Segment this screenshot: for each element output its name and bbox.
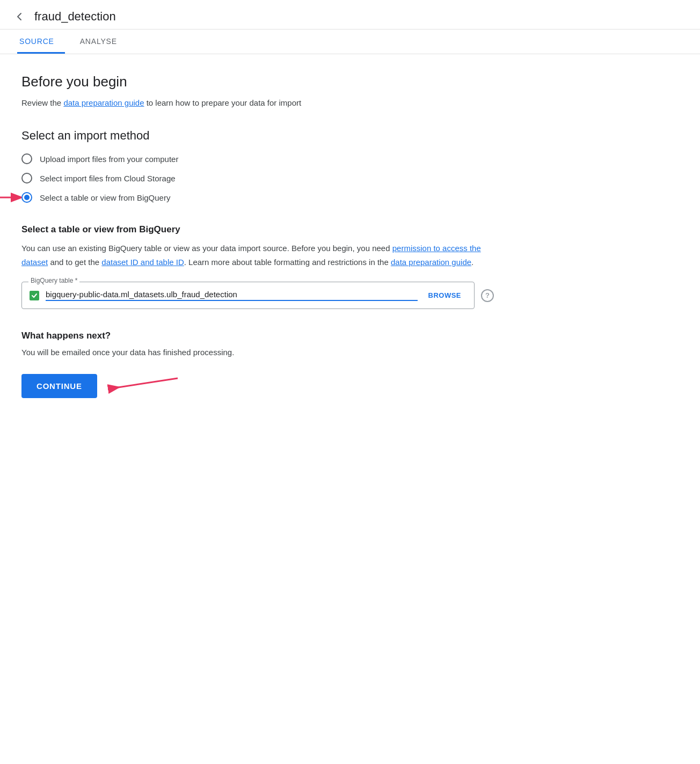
bigquery-field-label: BigQuery table * (28, 277, 79, 284)
continue-button[interactable]: CONTINUE (21, 374, 97, 398)
bigquery-field-container: BigQuery table * BROWSE (21, 282, 475, 309)
dataset-id-link[interactable]: dataset ID and table ID (101, 258, 184, 267)
import-method-title: Select an import method (21, 129, 494, 143)
tab-source[interactable]: SOURCE (17, 30, 65, 54)
annotation-arrow-continue (97, 370, 183, 402)
what-next-title: What happens next? (21, 330, 494, 341)
data-prep-link-1[interactable]: data preparation guide (63, 98, 144, 107)
radio-upload-circle (21, 153, 32, 164)
radio-bigquery-circle (21, 192, 32, 203)
bigquery-field-wrapper: BigQuery table * BROWSE ? (21, 282, 494, 309)
tab-analyse[interactable]: ANALYSE (78, 30, 128, 54)
before-begin-desc: Review the data preparation guide to lea… (21, 97, 494, 109)
tabs-bar: SOURCE ANALYSE (0, 30, 700, 54)
bigquery-section-desc: You can use an existing BigQuery table o… (21, 241, 494, 269)
bigquery-table-input[interactable] (46, 290, 418, 301)
before-begin-title: Before you begin (21, 74, 494, 90)
import-method-radio-group: Upload import files from your computer S… (21, 153, 494, 203)
page-title: fraud_detection (34, 10, 116, 24)
radio-upload[interactable]: Upload import files from your computer (21, 153, 494, 164)
what-next-desc: You will be emailed once your data has f… (21, 348, 494, 357)
browse-button[interactable]: BROWSE (424, 291, 466, 299)
svg-line-3 (108, 378, 178, 389)
data-prep-link-2[interactable]: data preparation guide (391, 258, 471, 267)
annotation-arrow-radio (0, 184, 21, 211)
radio-cloud[interactable]: Select import files from Cloud Storage (21, 173, 494, 183)
help-icon[interactable]: ? (481, 289, 494, 302)
back-button[interactable] (13, 10, 26, 23)
radio-cloud-circle (21, 173, 32, 183)
bigquery-section-title: Select a table or view from BigQuery (21, 224, 494, 235)
radio-bigquery[interactable]: Select a table or view from BigQuery (21, 192, 494, 203)
bigquery-checkbox (30, 291, 39, 300)
